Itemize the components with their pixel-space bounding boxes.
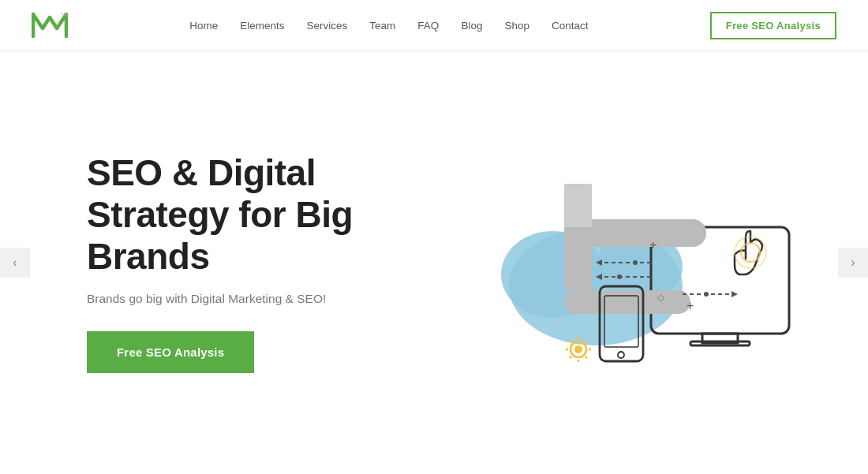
svg-point-7: [741, 243, 760, 262]
header-cta-button[interactable]: Free SEO Analysis: [710, 12, 836, 39]
logo[interactable]: TM: [32, 11, 68, 39]
site-header: TM Home Elements Services Team FAQ Blog …: [0, 0, 868, 51]
hero-text-block: SEO & Digital Strategy for Big Brands Br…: [87, 152, 355, 373]
nav-elements[interactable]: Elements: [240, 20, 284, 32]
svg-text:+: +: [687, 299, 694, 312]
slider-prev-button[interactable]: ‹: [0, 248, 30, 278]
hero-illustration: + + ◇: [355, 51, 868, 474]
svg-point-25: [574, 345, 582, 353]
nav-shop[interactable]: Shop: [504, 20, 529, 32]
nav-faq[interactable]: FAQ: [417, 20, 439, 32]
nav-blog[interactable]: Blog: [461, 20, 482, 32]
svg-point-36: [617, 274, 622, 279]
chevron-right-icon: ›: [851, 256, 855, 270]
svg-marker-31: [731, 291, 738, 297]
logo-icon: TM: [32, 11, 68, 39]
svg-text:TM: TM: [61, 12, 68, 17]
svg-line-22: [586, 356, 587, 358]
chevron-left-icon: ‹: [13, 256, 17, 270]
svg-line-23: [586, 341, 587, 342]
nav-services[interactable]: Services: [307, 20, 348, 32]
slider-next-button[interactable]: ›: [838, 248, 868, 278]
svg-rect-12: [564, 184, 592, 227]
svg-text:◇: ◇: [657, 292, 665, 303]
svg-line-24: [570, 356, 571, 358]
svg-point-37: [704, 292, 709, 297]
hero-illustration-svg: + + ◇: [406, 105, 817, 420]
hero-title: SEO & Digital Strategy for Big Brands: [87, 152, 355, 278]
hero-cta-button[interactable]: Free SEO Analysis: [87, 331, 254, 373]
nav-home[interactable]: Home: [189, 20, 218, 32]
hero-section: ‹ SEO & Digital Strategy for Big Brands …: [0, 51, 868, 474]
svg-line-21: [570, 341, 571, 342]
hero-subtitle: Brands go big with Digital Marketing & S…: [87, 292, 355, 306]
svg-point-15: [618, 352, 624, 358]
svg-rect-11: [564, 290, 690, 314]
nav-team[interactable]: Team: [369, 20, 395, 32]
svg-text:+: +: [649, 238, 657, 252]
main-nav: Home Elements Services Team FAQ Blog Sho…: [189, 20, 588, 32]
nav-contact[interactable]: Contact: [552, 20, 589, 32]
svg-point-35: [633, 260, 638, 265]
svg-rect-10: [564, 219, 592, 290]
